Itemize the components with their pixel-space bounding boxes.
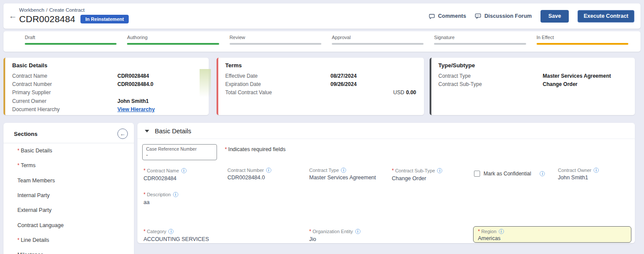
field-label: Total Contract Value <box>225 89 330 96</box>
stage-approval: Approval <box>332 35 424 52</box>
stage-in-effect: In Effect <box>537 35 628 52</box>
confidential-checkbox[interactable] <box>474 171 480 177</box>
case-reference-number-field[interactable]: Case Reference Number - <box>142 144 217 160</box>
sidebar-item-external-party[interactable]: *External Party <box>3 203 134 218</box>
required-asterisk: * <box>17 148 20 154</box>
sidebar-item-contract-language[interactable]: *Contract Language <box>3 218 134 232</box>
sidebar-item-label: Milestones <box>17 252 43 254</box>
info-icon[interactable] <box>168 229 174 234</box>
stage-label: Approval <box>332 35 424 40</box>
mark-as-confidential-field: Mark as Confidential <box>474 171 545 177</box>
stage-authoring: Authoring <box>127 35 219 52</box>
stage-progress-bar <box>332 43 424 45</box>
save-button[interactable]: Save <box>541 10 569 23</box>
category-value: ACCOUNTING SERVICES <box>143 236 209 242</box>
contract-number-field: *Contract Number CDR0028484.0 <box>227 168 271 181</box>
field-label: Contract Name <box>12 73 117 79</box>
contract-type-value: Master Services Agreement <box>309 175 376 181</box>
sidebar-item-basic-details[interactable]: *Basic Details <box>3 143 134 158</box>
required-fields-note: *Indicates required fields <box>225 146 286 152</box>
discussion-forum-button[interactable]: Discussion Forum <box>475 13 532 19</box>
stage-signature: Signature <box>434 35 526 52</box>
comment-icon <box>429 13 435 19</box>
currency-code: USD <box>393 89 404 96</box>
field-label: Primary Supplier <box>12 89 117 96</box>
info-icon[interactable] <box>437 168 442 173</box>
total-contract-value: USD0.00 <box>330 89 416 96</box>
basic-details-section: Basic Details Case Reference Number - *I… <box>137 123 635 243</box>
highlight-artifact <box>200 69 211 100</box>
stage-progress-bar <box>127 43 219 45</box>
execute-contract-button[interactable]: Execute Contract <box>577 10 634 23</box>
contract-number-value: CDR0028484.0 <box>227 175 271 181</box>
region-value: Americas <box>478 235 627 241</box>
chevron-down-icon <box>145 130 149 132</box>
info-icon[interactable] <box>355 229 360 234</box>
stage-review: Review <box>230 35 321 52</box>
breadcrumb-separator: / <box>46 7 47 13</box>
stage-draft: Draft <box>25 35 117 52</box>
basic-details-summary-card: Basic Details Contract NameCDR0028484 Co… <box>3 58 209 115</box>
comments-label: Comments <box>438 13 466 19</box>
breadcrumb-workbench[interactable]: Workbench <box>19 7 44 13</box>
contract-owner-value: John Smith1 <box>558 175 599 181</box>
info-icon[interactable] <box>499 229 504 234</box>
sidebar-item-terms[interactable]: *Terms <box>3 158 134 173</box>
sidebar-item-label: Internal Party <box>17 192 50 198</box>
field-label: Contract Type <box>438 73 543 79</box>
contract-sub-type-field: *Contract Sub-Type Change Order <box>392 168 442 181</box>
info-icon[interactable] <box>341 168 346 173</box>
sidebar-item-label: Line Details <box>21 237 49 243</box>
info-icon[interactable] <box>594 168 599 173</box>
field-label: Contract Sub-Type <box>438 81 543 87</box>
workflow-stage-bar: Draft Authoring Review Approval Signatur… <box>3 31 641 52</box>
back-arrow-icon[interactable]: ← <box>9 11 17 21</box>
page-header: ← Workbench/Create Contract CDR0028484 I… <box>3 3 641 29</box>
sidebar-item-milestones[interactable]: *Milestones <box>3 247 134 254</box>
sidebar-item-label: Terms <box>21 162 36 168</box>
organization-entity-field: *Organization Entity Jio <box>309 228 360 242</box>
sections-panel: Sections ← *Basic Details *Terms *Team M… <box>3 123 134 254</box>
discussion-forum-icon <box>475 13 482 19</box>
comments-button[interactable]: Comments <box>429 13 466 19</box>
contract-name-field: *Contract Name CDR0028484 <box>143 168 187 181</box>
confidential-label: Mark as Confidential <box>484 171 531 177</box>
type-subtype-summary-card: Type/Subtype Contract TypeMaster Service… <box>430 58 635 115</box>
status-badge: In Reinstatement <box>80 15 129 23</box>
discussion-forum-label: Discussion Forum <box>484 13 532 19</box>
field-label: Expiration Date <box>225 81 330 87</box>
stage-progress-bar <box>230 43 321 45</box>
stage-progress-bar <box>434 43 526 45</box>
field-value: 0.00 <box>406 89 416 96</box>
contract-owner-field: *Contract Owner John Smith1 <box>558 168 599 181</box>
sidebar-item-label: External Party <box>17 207 52 213</box>
category-field: *Category ACCOUNTING SERVICES <box>143 228 209 242</box>
field-value: CDR0028484 <box>117 73 149 79</box>
card-title: Type/Subtype <box>438 62 627 69</box>
breadcrumb-current: Create Contract <box>49 7 84 13</box>
contract-sub-type-value: Change Order <box>392 175 442 181</box>
section-header[interactable]: Basic Details <box>137 123 635 139</box>
contract-name-value: CDR0028484 <box>143 175 187 181</box>
case-reference-label: Case Reference Number <box>146 146 213 152</box>
field-label: Document Hierarchy <box>12 106 117 112</box>
card-title: Terms <box>225 62 416 69</box>
field-value: Change Order <box>543 81 577 87</box>
stage-label: In Effect <box>537 35 628 40</box>
sidebar-item-team-members[interactable]: *Team Members <box>3 173 134 188</box>
required-asterisk: * <box>17 237 20 243</box>
description-field: *Description aa <box>143 191 178 205</box>
contract-type-field: *Contract Type Master Services Agreement <box>309 168 376 181</box>
sidebar-item-internal-party[interactable]: *Internal Party <box>3 188 134 203</box>
stage-progress-bar <box>25 43 117 45</box>
stage-label: Authoring <box>127 35 219 40</box>
collapse-panel-icon[interactable]: ← <box>117 129 128 139</box>
info-icon[interactable] <box>266 168 271 173</box>
info-icon[interactable] <box>540 171 545 176</box>
field-label: Current Owner <box>12 98 117 104</box>
sidebar-item-line-details[interactable]: *Line Details <box>3 233 134 247</box>
region-field[interactable]: *Region Americas <box>473 226 631 243</box>
info-icon[interactable] <box>173 192 178 197</box>
view-hierarchy-link[interactable]: View Hierarchy <box>117 106 155 112</box>
info-icon[interactable] <box>181 168 187 173</box>
